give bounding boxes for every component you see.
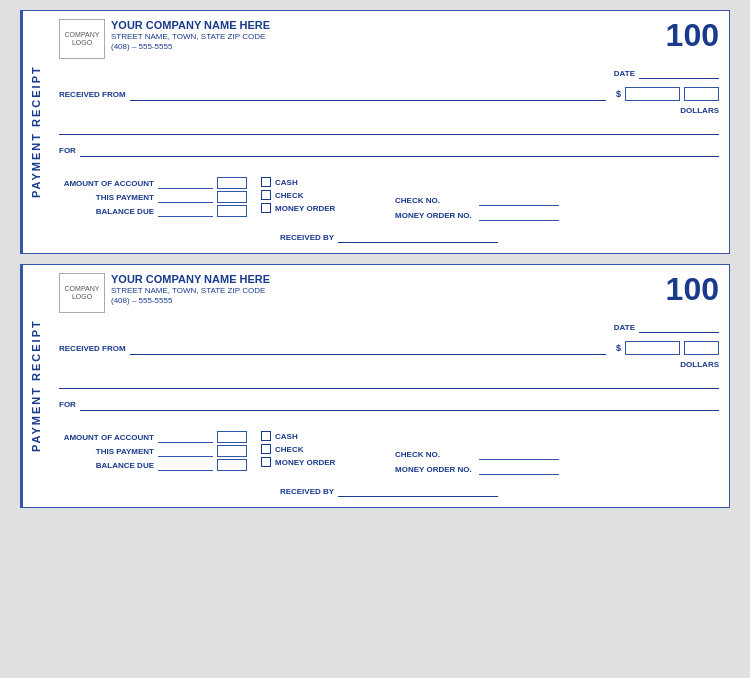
check-no-label-1: CHECK NO. (395, 196, 475, 205)
amount-box2-2[interactable] (684, 341, 719, 355)
dollar-sign-1: $ (616, 89, 621, 99)
logo-box-1: COMPANY LOGO (59, 19, 105, 59)
received-from-row-1: RECEIVED FROM $ (59, 87, 719, 101)
check-label-1: CHECK (275, 191, 303, 200)
check-checkbox-2[interactable] (261, 444, 271, 454)
amount-box-2[interactable] (625, 341, 680, 355)
company-info-1: YOUR COMPANY NAME HERE STREET NAME, TOWN… (111, 19, 270, 51)
company-address-2: STREET NAME, TOWN, STATE ZIP CODE (111, 286, 270, 295)
money-order-no-field-2[interactable] (479, 463, 559, 475)
date-field-2[interactable] (639, 321, 719, 333)
balance-due-field2-1[interactable] (217, 205, 247, 217)
received-by-field-2[interactable] (338, 485, 498, 497)
check-no-row-1: CHECK NO. (395, 194, 559, 206)
amount-of-account-label-1: AMOUNT OF ACCOUNT (59, 179, 154, 188)
money-order-checkbox-1[interactable] (261, 203, 271, 213)
this-payment-field-3[interactable] (158, 445, 213, 457)
account-table-2: AMOUNT OF ACCOUNT THIS PAYMENT BALANCE D… (59, 431, 247, 471)
cash-checkbox-2[interactable] (261, 431, 271, 441)
amount-of-account-field2-1[interactable] (217, 177, 247, 189)
this-payment-field-1[interactable] (158, 191, 213, 203)
balance-due-field4[interactable] (217, 459, 247, 471)
vertical-label-1: PAYMENT RECEIPT (21, 11, 49, 253)
company-name-1: YOUR COMPANY NAME HERE (111, 19, 270, 31)
check-no-row-2: CHECK NO. (395, 448, 559, 460)
company-phone-1: (408) – 555-5555 (111, 42, 270, 51)
receipt-body-1: COMPANY LOGO YOUR COMPANY NAME HERE STRE… (49, 11, 729, 253)
company-info-2: YOUR COMPANY NAME HERE STREET NAME, TOWN… (111, 273, 270, 305)
for-row-1: FOR (59, 143, 719, 157)
dollars-label-1: DOLLARS (680, 106, 719, 115)
account-row-amount-2: AMOUNT OF ACCOUNT (59, 431, 247, 443)
date-row-1: DATE (59, 67, 719, 79)
this-payment-label-1: THIS PAYMENT (59, 193, 154, 202)
money-order-row-2: MONEY ORDER (261, 457, 381, 467)
receipt-number-1: 100 (666, 19, 719, 51)
balance-due-field-3[interactable] (158, 459, 213, 471)
amount-of-account-field-3[interactable] (158, 431, 213, 443)
second-underline-2[interactable] (59, 375, 719, 389)
company-address-1: STREET NAME, TOWN, STATE ZIP CODE (111, 32, 270, 41)
received-from-label-2: RECEIVED FROM (59, 344, 126, 353)
received-from-row-2: RECEIVED FROM $ (59, 341, 719, 355)
account-row-amount-1: AMOUNT OF ACCOUNT (59, 177, 247, 189)
header-row-1: COMPANY LOGO YOUR COMPANY NAME HERE STRE… (59, 19, 719, 59)
check-no-field-1[interactable] (479, 194, 559, 206)
spacer-2 (59, 415, 719, 421)
received-by-label-1: RECEIVED BY (280, 233, 334, 242)
check-details-1: CHECK NO. MONEY ORDER NO. (395, 177, 559, 221)
money-order-no-field-1[interactable] (479, 209, 559, 221)
cash-row-1: CASH (261, 177, 381, 187)
date-field-1[interactable] (639, 67, 719, 79)
balance-due-label-2: BALANCE DUE (59, 461, 154, 470)
account-row-balance-1: BALANCE DUE (59, 205, 247, 217)
received-from-label-1: RECEIVED FROM (59, 90, 126, 99)
receipt-number-2: 100 (666, 273, 719, 305)
money-order-no-label-1: MONEY ORDER NO. (395, 211, 475, 220)
for-row-2: FOR (59, 397, 719, 411)
for-field-2[interactable] (80, 397, 719, 411)
payment-types-2: CASH CHECK MONEY ORDER (261, 431, 381, 467)
amount-box-1[interactable] (625, 87, 680, 101)
amount-of-account-field4[interactable] (217, 431, 247, 443)
cash-checkbox-1[interactable] (261, 177, 271, 187)
money-order-checkbox-2[interactable] (261, 457, 271, 467)
amount-of-account-label-2: AMOUNT OF ACCOUNT (59, 433, 154, 442)
check-row-1: CHECK (261, 190, 381, 200)
this-payment-label-2: THIS PAYMENT (59, 447, 154, 456)
received-from-field-2[interactable] (130, 341, 606, 355)
for-field-1[interactable] (80, 143, 719, 157)
receipt-2: PAYMENT RECEIPT COMPANY LOGO YOUR COMPAN… (20, 264, 730, 508)
check-checkbox-1[interactable] (261, 190, 271, 200)
balance-due-field-1[interactable] (158, 205, 213, 217)
header-row-2: COMPANY LOGO YOUR COMPANY NAME HERE STRE… (59, 273, 719, 313)
check-no-field-2[interactable] (479, 448, 559, 460)
received-by-row-1: RECEIVED BY (59, 231, 719, 243)
this-payment-field2-1[interactable] (217, 191, 247, 203)
dollars-row-2: DOLLARS (59, 359, 719, 369)
date-row-2: DATE (59, 321, 719, 333)
received-by-row-2: RECEIVED BY (59, 485, 719, 497)
this-payment-field4[interactable] (217, 445, 247, 457)
money-order-no-row-1: MONEY ORDER NO. (395, 209, 559, 221)
dollars-label-2: DOLLARS (680, 360, 719, 369)
received-by-field-1[interactable] (338, 231, 498, 243)
money-order-no-row-2: MONEY ORDER NO. (395, 463, 559, 475)
spacer-1 (59, 161, 719, 167)
money-order-no-label-2: MONEY ORDER NO. (395, 465, 475, 474)
amount-box2-1[interactable] (684, 87, 719, 101)
check-row-2: CHECK (261, 444, 381, 454)
check-label-2: CHECK (275, 445, 303, 454)
check-no-label-2: CHECK NO. (395, 450, 475, 459)
second-underline-1[interactable] (59, 121, 719, 135)
vertical-label-2: PAYMENT RECEIPT (21, 265, 49, 507)
money-order-label-1: MONEY ORDER (275, 204, 335, 213)
received-from-field-1[interactable] (130, 87, 606, 101)
dollar-sign-2: $ (616, 343, 621, 353)
cash-label-1: CASH (275, 178, 298, 187)
company-block-1: COMPANY LOGO YOUR COMPANY NAME HERE STRE… (59, 19, 270, 59)
dollars-row-1: DOLLARS (59, 105, 719, 115)
check-details-2: CHECK NO. MONEY ORDER NO. (395, 431, 559, 475)
company-phone-2: (408) – 555-5555 (111, 296, 270, 305)
amount-of-account-field-1[interactable] (158, 177, 213, 189)
